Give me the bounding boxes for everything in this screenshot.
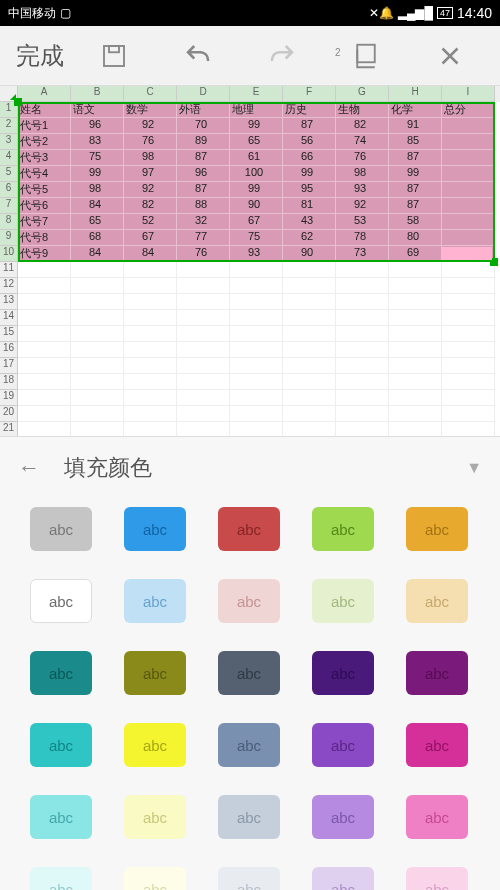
empty-cell[interactable]: [283, 358, 336, 374]
empty-cell[interactable]: [18, 422, 71, 436]
empty-cell[interactable]: [336, 358, 389, 374]
data-cell[interactable]: 96: [177, 166, 230, 182]
color-swatch[interactable]: abc: [218, 579, 280, 623]
data-cell[interactable]: 93: [230, 246, 283, 262]
color-swatch[interactable]: abc: [218, 867, 280, 890]
data-cell[interactable]: 代号3: [18, 150, 71, 166]
row-header[interactable]: 7: [0, 198, 18, 214]
column-header[interactable]: B: [71, 86, 124, 102]
empty-cell[interactable]: [124, 278, 177, 294]
data-cell[interactable]: 84: [71, 246, 124, 262]
data-cell[interactable]: 99: [230, 118, 283, 134]
empty-cell[interactable]: [71, 310, 124, 326]
data-cell[interactable]: [442, 230, 495, 246]
column-header[interactable]: D: [177, 86, 230, 102]
data-cell[interactable]: 87: [177, 150, 230, 166]
empty-cell[interactable]: [230, 310, 283, 326]
data-cell[interactable]: 61: [230, 150, 283, 166]
color-swatch[interactable]: abc: [218, 651, 280, 695]
data-cell[interactable]: 99: [389, 166, 442, 182]
empty-cell[interactable]: [336, 422, 389, 436]
data-cell[interactable]: 56: [283, 134, 336, 150]
empty-cell[interactable]: [177, 342, 230, 358]
empty-cell[interactable]: [124, 422, 177, 436]
data-cell[interactable]: 65: [71, 214, 124, 230]
empty-cell[interactable]: [442, 278, 495, 294]
empty-cell[interactable]: [442, 342, 495, 358]
empty-cell[interactable]: [71, 278, 124, 294]
empty-cell[interactable]: [124, 294, 177, 310]
header-cell[interactable]: 历史: [283, 102, 336, 118]
data-cell[interactable]: 91: [389, 118, 442, 134]
empty-cell[interactable]: [283, 406, 336, 422]
data-cell[interactable]: 92: [124, 182, 177, 198]
data-cell[interactable]: 87: [389, 182, 442, 198]
color-swatch[interactable]: abc: [218, 507, 280, 551]
empty-cell[interactable]: [71, 294, 124, 310]
empty-cell[interactable]: [177, 358, 230, 374]
color-swatch[interactable]: abc: [30, 651, 92, 695]
row-header[interactable]: 18: [0, 374, 18, 390]
empty-cell[interactable]: [336, 342, 389, 358]
data-cell[interactable]: 82: [336, 118, 389, 134]
color-swatch[interactable]: abc: [124, 507, 186, 551]
header-cell[interactable]: 语文: [71, 102, 124, 118]
data-cell[interactable]: 77: [177, 230, 230, 246]
empty-cell[interactable]: [177, 326, 230, 342]
empty-cell[interactable]: [336, 310, 389, 326]
data-cell[interactable]: 代号7: [18, 214, 71, 230]
data-cell[interactable]: [442, 246, 495, 262]
data-cell[interactable]: 89: [177, 134, 230, 150]
color-swatch[interactable]: abc: [312, 867, 374, 890]
data-cell[interactable]: 90: [230, 198, 283, 214]
empty-cell[interactable]: [389, 294, 442, 310]
header-cell[interactable]: 姓名: [18, 102, 71, 118]
empty-cell[interactable]: [283, 326, 336, 342]
row-header[interactable]: 9: [0, 230, 18, 246]
data-cell[interactable]: [442, 198, 495, 214]
row-header[interactable]: 11: [0, 262, 18, 278]
empty-cell[interactable]: [230, 390, 283, 406]
empty-cell[interactable]: [177, 422, 230, 436]
color-swatch[interactable]: abc: [30, 507, 92, 551]
back-arrow-icon[interactable]: ←: [18, 455, 40, 481]
empty-cell[interactable]: [230, 342, 283, 358]
color-swatch[interactable]: abc: [312, 507, 374, 551]
data-cell[interactable]: 81: [283, 198, 336, 214]
row-header[interactable]: 16: [0, 342, 18, 358]
column-header[interactable]: C: [124, 86, 177, 102]
empty-cell[interactable]: [389, 262, 442, 278]
column-header[interactable]: E: [230, 86, 283, 102]
empty-cell[interactable]: [442, 422, 495, 436]
data-cell[interactable]: 代号8: [18, 230, 71, 246]
data-cell[interactable]: 67: [230, 214, 283, 230]
row-header[interactable]: 14: [0, 310, 18, 326]
empty-cell[interactable]: [389, 310, 442, 326]
data-cell[interactable]: 96: [71, 118, 124, 134]
color-swatch[interactable]: abc: [312, 579, 374, 623]
empty-cell[interactable]: [230, 406, 283, 422]
data-cell[interactable]: 84: [71, 198, 124, 214]
data-cell[interactable]: 69: [389, 246, 442, 262]
empty-cell[interactable]: [389, 278, 442, 294]
empty-cell[interactable]: [442, 390, 495, 406]
empty-cell[interactable]: [336, 278, 389, 294]
data-cell[interactable]: 代号5: [18, 182, 71, 198]
empty-cell[interactable]: [124, 374, 177, 390]
empty-cell[interactable]: [71, 406, 124, 422]
empty-cell[interactable]: [177, 278, 230, 294]
data-cell[interactable]: 92: [336, 198, 389, 214]
empty-cell[interactable]: [177, 406, 230, 422]
empty-cell[interactable]: [18, 374, 71, 390]
data-cell[interactable]: 58: [389, 214, 442, 230]
header-cell[interactable]: 数学: [124, 102, 177, 118]
empty-cell[interactable]: [71, 358, 124, 374]
data-cell[interactable]: 76: [177, 246, 230, 262]
data-cell[interactable]: 93: [336, 182, 389, 198]
close-icon[interactable]: [408, 41, 492, 71]
row-header[interactable]: 20: [0, 406, 18, 422]
empty-cell[interactable]: [71, 390, 124, 406]
empty-cell[interactable]: [18, 358, 71, 374]
empty-cell[interactable]: [18, 406, 71, 422]
row-header[interactable]: 5: [0, 166, 18, 182]
